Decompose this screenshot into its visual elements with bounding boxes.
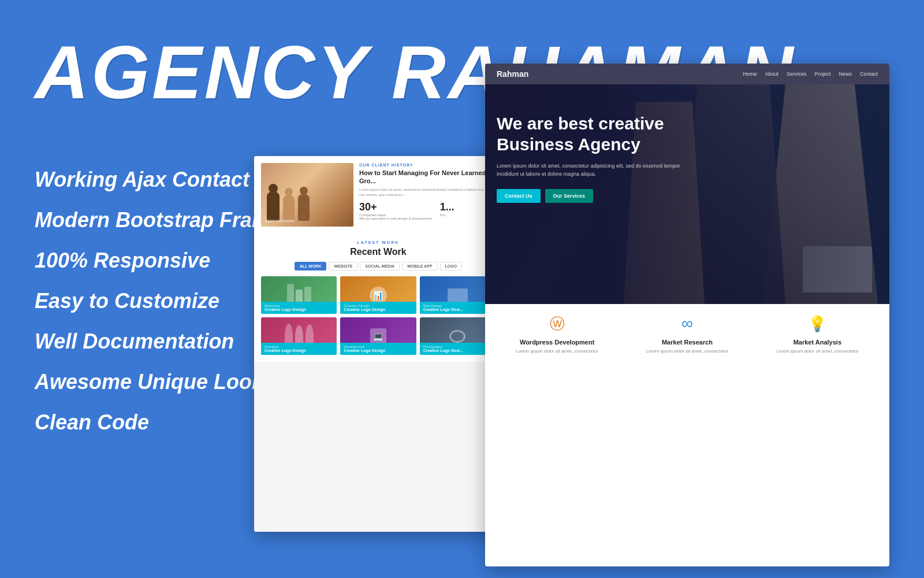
service-text-2: Lorem ipsum dolor sit amet, consectetur xyxy=(627,348,747,355)
rw-item-3: Web Design Creative Logo Desi... xyxy=(420,276,495,314)
rw-item-6: Photography Creative Logo Desi... xyxy=(420,317,495,355)
ch-stats: 30+ Companies listed We are specialist i… xyxy=(359,201,495,220)
rw-item-5: 💻 Development Creative Logo Design xyxy=(340,317,416,355)
rw-label: LATEST WORK xyxy=(261,240,495,244)
nav-links: HomeAboutServicesProjectNewsContact xyxy=(743,71,878,77)
service-market-analysis: 💡 Market Analysis Lorem ipsum dolor sit … xyxy=(757,313,878,355)
service-market-research: ∞ Market Research Lorem ipsum dolor sit … xyxy=(627,313,747,355)
client-history-text: OUR CLIENT HISTORY How to Start Managing… xyxy=(359,163,495,227)
service-text-3: Lorem ipsum dolor sit amet, consectetur xyxy=(757,348,878,355)
services-grid: ⓦ Wordpress Development Lorem ipsum dolo… xyxy=(497,313,878,355)
rw-item-1: Marketing Creative Logo Design xyxy=(261,276,337,314)
recent-work-section: LATEST WORK Recent Work ALL WORK WEBSITE… xyxy=(254,234,502,362)
right-screenshot: Rahman HomeAboutServicesProjectNewsConta… xyxy=(485,64,889,566)
rw-filters: ALL WORK WEBSITE SOCIAL MEDIA MOBILE APP… xyxy=(261,262,495,271)
stat-2: 1... Pro... xyxy=(440,201,454,220)
wordpress-icon: ⓦ xyxy=(547,313,568,334)
left-preview: OUR CLIENT HISTORY How to Start Managing… xyxy=(254,156,502,532)
nav-link[interactable]: Project xyxy=(814,71,830,77)
rw-item-2: 📊 Graphics Design Creative Logo Design xyxy=(340,276,416,314)
ch-title: How to Start Managing For Never Learned … xyxy=(359,169,495,186)
stat-1: 30+ Companies listed We are specialist i… xyxy=(359,201,432,220)
nav-link[interactable]: Contact xyxy=(860,71,878,77)
client-history-image xyxy=(261,163,353,227)
hero-buttons: Contact Us Our Services xyxy=(497,189,681,203)
contact-us-button[interactable]: Contact Us xyxy=(497,189,541,203)
service-title-1: Wordpress Development xyxy=(497,339,617,346)
hero-nav: Rahman HomeAboutServicesProjectNewsConta… xyxy=(485,64,889,84)
service-wordpress: ⓦ Wordpress Development Lorem ipsum dolo… xyxy=(497,313,617,355)
left-screenshot: OUR CLIENT HISTORY How to Start Managing… xyxy=(254,156,502,532)
filter-all[interactable]: ALL WORK xyxy=(295,262,327,271)
filter-logo[interactable]: LOGO xyxy=(440,262,463,271)
filter-mobile[interactable]: MOBILE APP xyxy=(402,262,437,271)
client-history-section: OUR CLIENT HISTORY How to Start Managing… xyxy=(254,156,502,234)
nav-link[interactable]: About xyxy=(765,71,778,77)
service-text-1: Lorem ipsum dolor sit amet, consectetur xyxy=(497,348,617,355)
nav-link[interactable]: Services xyxy=(787,71,807,77)
service-title-3: Market Analysis xyxy=(757,339,878,346)
our-services-button[interactable]: Our Services xyxy=(545,189,594,203)
nav-link[interactable]: News xyxy=(839,71,852,77)
ch-body: Lorem ipsum dolor sit amet, consectetur … xyxy=(359,187,495,198)
hero-subtext: Lorem ipsum dolor sit amet, consectetur … xyxy=(497,162,681,179)
hero-headline: We are best creative Business Agency xyxy=(497,113,681,155)
service-title-2: Market Research xyxy=(627,339,747,346)
market-research-icon: ∞ xyxy=(677,313,698,334)
filter-website[interactable]: WEBSITE xyxy=(329,262,357,271)
nav-link[interactable]: Home xyxy=(743,71,757,77)
market-analysis-icon: 💡 xyxy=(807,313,828,334)
hero-content: We are best creative Business Agency Lor… xyxy=(497,113,681,203)
rw-item-4: Branding Creative Logo Design xyxy=(261,317,337,355)
filter-social[interactable]: SOCIAL MEDIA xyxy=(360,262,400,271)
services-section: ⓦ Wordpress Development Lorem ipsum dolo… xyxy=(485,304,889,364)
ch-label: OUR CLIENT HISTORY xyxy=(359,163,495,167)
hero-logo: Rahman xyxy=(497,69,528,79)
rw-grid: Marketing Creative Logo Design 📊 Graphic… xyxy=(261,276,495,355)
right-preview: Rahman HomeAboutServicesProjectNewsConta… xyxy=(485,64,889,566)
rw-title: Recent Work xyxy=(261,247,495,257)
hero-section: We are best creative Business Agency Lor… xyxy=(485,84,889,304)
